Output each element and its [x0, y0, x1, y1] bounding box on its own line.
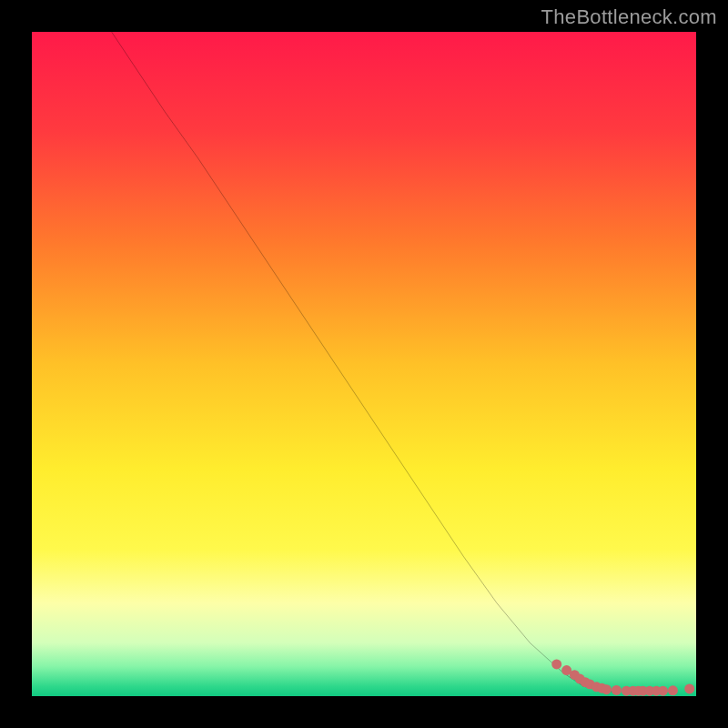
- watermark-text: TheBottleneck.com: [541, 5, 717, 29]
- chart-gradient-background: [32, 32, 696, 696]
- plot-area: [32, 32, 696, 696]
- svg-rect-0: [32, 32, 696, 696]
- chart-stage: TheBottleneck.com: [0, 0, 728, 728]
